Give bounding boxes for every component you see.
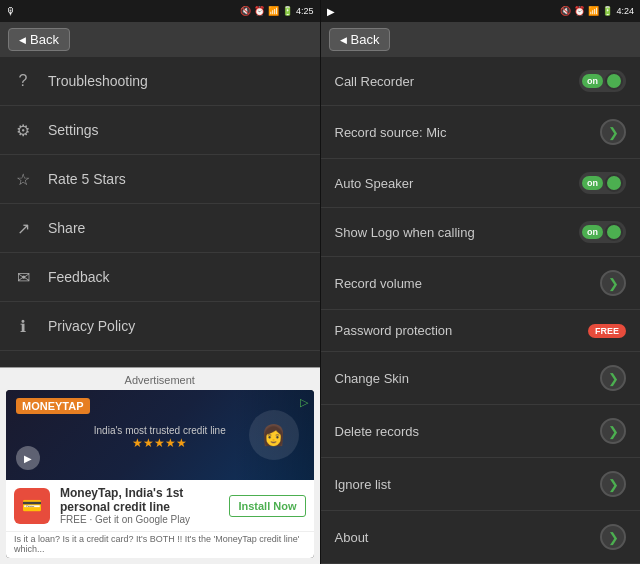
ad-stars: ★★★★★ <box>132 436 187 450</box>
advertisement-section: Advertisement MONEYTAP India's most trus… <box>0 367 320 564</box>
sidebar-item-settings[interactable]: ⚙ Settings <box>0 106 320 155</box>
record-source-arrow[interactable]: ❯ <box>600 119 626 145</box>
right-wifi-icon: 📶 <box>588 6 599 16</box>
sponsor-icon: 💳 <box>14 488 50 524</box>
sidebar-item-privacy[interactable]: ℹ Privacy Policy <box>0 302 320 351</box>
install-button[interactable]: Install Now <box>229 495 305 517</box>
sidebar-item-label: Share <box>48 220 85 236</box>
share-icon: ↗ <box>12 217 34 239</box>
settings-icon: ⚙ <box>12 119 34 141</box>
sponsor-title: MoneyTap, India's 1st personal credit li… <box>60 486 219 514</box>
settings-list: Call Recorder on Record source: Mic ❯ Au… <box>321 57 641 564</box>
right-time: 4:24 <box>616 6 634 16</box>
ad-subtitle: India's most trusted credit line <box>94 425 226 436</box>
right-back-bar: Back <box>321 22 641 57</box>
troubleshooting-icon: ? <box>12 70 34 92</box>
settings-item-show-logo[interactable]: Show Logo when calling on <box>321 208 641 257</box>
sidebar-item-label: Settings <box>48 122 99 138</box>
right-status-bar: ▶ 🔇 ⏰ 📶 🔋 4:24 <box>321 0 641 22</box>
about-label: About <box>335 530 369 545</box>
settings-item-auto-speaker[interactable]: Auto Speaker on <box>321 159 641 208</box>
ad-logo: MONEYTAP <box>16 398 90 414</box>
left-panel: 🎙 🔇 ⏰ 📶 🔋 4:25 Back ? Troubleshooting ⚙ … <box>0 0 320 564</box>
toggle-circle-3 <box>605 223 623 241</box>
delete-records-arrow[interactable]: ❯ <box>600 418 626 444</box>
ignore-list-label: Ignore list <box>335 477 391 492</box>
sidebar-item-troubleshooting[interactable]: ? Troubleshooting <box>0 57 320 106</box>
ad-content: MONEYTAP India's most trusted credit lin… <box>6 390 314 558</box>
settings-item-password-protection[interactable]: Password protection free <box>321 310 641 352</box>
right-app-icon: ▶ <box>327 6 335 17</box>
feedback-icon: ✉ <box>12 266 34 288</box>
show-logo-label: Show Logo when calling <box>335 225 475 240</box>
sidebar-item-share[interactable]: ↗ Share <box>0 204 320 253</box>
settings-item-delete-records[interactable]: Delete records ❯ <box>321 405 641 458</box>
battery-icon: 🔋 <box>282 6 293 16</box>
record-source-label: Record source: Mic <box>335 125 447 140</box>
password-protection-label: Password protection <box>335 323 453 338</box>
sidebar-item-label: Troubleshooting <box>48 73 148 89</box>
right-status-right: 🔇 ⏰ 📶 🔋 4:24 <box>560 6 634 16</box>
star-icon: ☆ <box>12 168 34 190</box>
settings-item-record-volume[interactable]: Record volume ❯ <box>321 257 641 310</box>
change-skin-label: Change Skin <box>335 371 409 386</box>
sidebar-item-label: Rate 5 Stars <box>48 171 126 187</box>
toggle-on-text: on <box>582 74 603 88</box>
about-arrow[interactable]: ❯ <box>600 524 626 550</box>
status-left: 🎙 <box>6 6 16 17</box>
alarm-icon: ⏰ <box>254 6 265 16</box>
sidebar-item-label: Feedback <box>48 269 109 285</box>
left-time: 4:25 <box>296 6 314 16</box>
right-back-button[interactable]: Back <box>329 28 391 51</box>
settings-item-about[interactable]: About ❯ <box>321 511 641 564</box>
right-mute-icon: 🔇 <box>560 6 571 16</box>
ad-indicator-icon: ▷ <box>300 396 308 409</box>
settings-item-ignore-list[interactable]: Ignore list ❯ <box>321 458 641 511</box>
left-back-button[interactable]: Back <box>8 28 70 51</box>
left-status-bar: 🎙 🔇 ⏰ 📶 🔋 4:25 <box>0 0 320 22</box>
mute-icon: 🔇 <box>240 6 251 16</box>
settings-item-change-skin[interactable]: Change Skin ❯ <box>321 352 641 405</box>
call-recorder-toggle[interactable]: on <box>579 70 626 92</box>
auto-speaker-label: Auto Speaker <box>335 176 414 191</box>
toggle-on-text-3: on <box>582 225 603 239</box>
left-menu-list: ? Troubleshooting ⚙ Settings ☆ Rate 5 St… <box>0 57 320 367</box>
toggle-circle-2 <box>605 174 623 192</box>
ad-label: Advertisement <box>6 374 314 386</box>
right-status-left: ▶ <box>327 6 335 17</box>
sidebar-item-feedback[interactable]: ✉ Feedback <box>0 253 320 302</box>
settings-item-record-source[interactable]: Record source: Mic ❯ <box>321 106 641 159</box>
record-volume-arrow[interactable]: ❯ <box>600 270 626 296</box>
ignore-list-arrow[interactable]: ❯ <box>600 471 626 497</box>
toggle-on-text-2: on <box>582 176 603 190</box>
free-badge: free <box>588 324 626 338</box>
sidebar-item-label: Privacy Policy <box>48 318 135 334</box>
sponsor-sub: FREE · Get it on Google Play <box>60 514 219 525</box>
status-right: 🔇 ⏰ 📶 🔋 4:25 <box>240 6 314 16</box>
auto-speaker-toggle[interactable]: on <box>579 172 626 194</box>
show-logo-toggle[interactable]: on <box>579 221 626 243</box>
left-back-bar: Back <box>0 22 320 57</box>
delete-records-label: Delete records <box>335 424 420 439</box>
call-recorder-label: Call Recorder <box>335 74 414 89</box>
right-battery-icon: 🔋 <box>602 6 613 16</box>
sidebar-item-rate[interactable]: ☆ Rate 5 Stars <box>0 155 320 204</box>
privacy-icon: ℹ <box>12 315 34 337</box>
ad-sponsor-row: 💳 MoneyTap, India's 1st personal credit … <box>6 480 314 531</box>
sponsor-text: MoneyTap, India's 1st personal credit li… <box>60 486 219 525</box>
right-panel: ▶ 🔇 ⏰ 📶 🔋 4:24 Back Call Recorder on Rec… <box>321 0 641 564</box>
change-skin-arrow[interactable]: ❯ <box>600 365 626 391</box>
settings-item-call-recorder[interactable]: Call Recorder on <box>321 57 641 106</box>
ad-small-text: Is it a loan? Is it a credit card? It's … <box>6 531 314 558</box>
right-alarm-icon: ⏰ <box>574 6 585 16</box>
ad-banner[interactable]: MONEYTAP India's most trusted credit lin… <box>6 390 314 480</box>
record-volume-label: Record volume <box>335 276 422 291</box>
play-icon[interactable]: ▶ <box>16 446 40 470</box>
wifi-icon: 📶 <box>268 6 279 16</box>
app-icon-small: 🎙 <box>6 6 16 17</box>
toggle-circle <box>605 72 623 90</box>
